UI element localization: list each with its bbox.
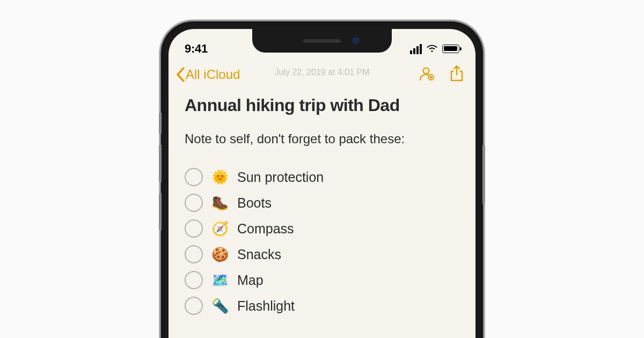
mute-switch[interactable] [159, 113, 162, 134]
notch [252, 29, 392, 53]
wifi-icon [426, 45, 438, 53]
share-button[interactable] [450, 65, 464, 84]
check-circle[interactable] [185, 245, 203, 263]
note-timestamp: July 22, 2019 at 4:01 PM [275, 68, 370, 77]
nav-actions [418, 65, 464, 84]
note-title: Annual hiking trip with Dad [185, 95, 459, 115]
volume-up-button[interactable] [159, 145, 162, 182]
side-buttons-right [482, 145, 485, 204]
item-emoji: 🔦 [211, 298, 229, 314]
item-label: Flashlight [237, 298, 295, 314]
side-buttons-left [159, 113, 162, 241]
item-emoji: 🌞 [211, 169, 229, 186]
item-label: Compass [237, 221, 294, 237]
item-label: Map [237, 273, 264, 288]
item-label: Sun protection [237, 170, 324, 185]
checklist-item[interactable]: 🗺️Map [185, 271, 459, 289]
item-emoji: 🍪 [211, 246, 229, 263]
note-subtitle: Note to self, don't forget to pack these… [185, 131, 459, 146]
battery-icon [442, 45, 459, 53]
front-camera [352, 37, 360, 45]
back-label: All iCloud [186, 67, 240, 82]
cellular-signal-icon [410, 44, 422, 54]
check-circle[interactable] [185, 271, 203, 289]
checklist-item[interactable]: 🔦Flashlight [185, 297, 459, 315]
item-label: Snacks [237, 247, 281, 262]
item-emoji: 🥾 [211, 195, 229, 211]
back-button[interactable]: All iCloud [176, 67, 240, 82]
item-emoji: 🧭 [211, 221, 229, 237]
item-emoji: 🗺️ [211, 272, 229, 289]
phone-screen: 9:41 All iCloud July 22, 2019 at 4:01 PM [169, 29, 475, 338]
checklist-item[interactable]: 🥾Boots [185, 194, 459, 212]
status-indicators [410, 44, 459, 54]
note-content[interactable]: Annual hiking trip with Dad Note to self… [169, 90, 475, 320]
speaker [303, 39, 341, 43]
nav-bar: All iCloud July 22, 2019 at 4:01 PM [169, 59, 475, 90]
checklist-item[interactable]: 🌞Sun protection [185, 168, 459, 186]
phone-frame: 9:41 All iCloud July 22, 2019 at 4:01 PM [161, 21, 483, 338]
power-button[interactable] [482, 145, 485, 204]
check-circle[interactable] [185, 219, 203, 238]
check-circle[interactable] [185, 194, 203, 212]
checklist-item[interactable]: 🍪Snacks [185, 245, 459, 263]
status-time: 9:41 [185, 42, 208, 56]
item-label: Boots [237, 195, 272, 211]
check-circle[interactable] [185, 168, 203, 186]
volume-down-button[interactable] [159, 193, 162, 231]
checklist: 🌞Sun protection🥾Boots🧭Compass🍪Snacks🗺️Ma… [185, 168, 459, 315]
collaborate-button[interactable] [418, 65, 435, 84]
check-circle[interactable] [185, 297, 203, 315]
svg-point-0 [423, 68, 429, 74]
chevron-left-icon [176, 67, 185, 82]
checklist-item[interactable]: 🧭Compass [185, 219, 459, 238]
